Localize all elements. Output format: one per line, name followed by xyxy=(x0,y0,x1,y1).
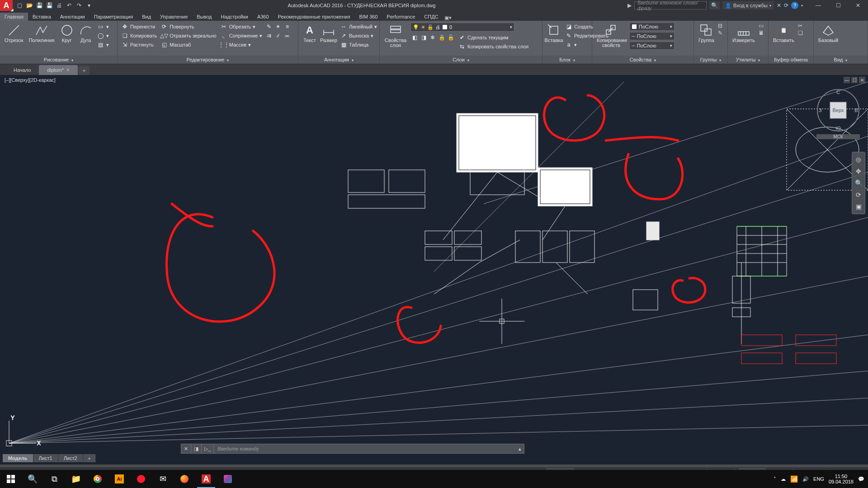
arc-button[interactable]: Дуга xyxy=(77,23,94,44)
tab-manage[interactable]: Управление xyxy=(156,13,192,21)
layout-tab-1[interactable]: Лист1 xyxy=(33,454,58,462)
table-button[interactable]: ▦Таблица xyxy=(339,41,378,49)
break-icon[interactable]: ⫽ xyxy=(274,32,282,40)
new-drawing-tab[interactable]: ＋ xyxy=(79,66,90,75)
tab-addins[interactable]: Надстройки xyxy=(217,13,253,21)
linear-dim-button[interactable]: ↔Линейный ▾ xyxy=(339,23,378,31)
qat-saveas-icon[interactable]: 💾 xyxy=(45,1,53,9)
linetype-combo[interactable]: ─ПоСлою▾ xyxy=(629,42,675,50)
signin-button[interactable]: 👤 Вход в службы ▾ xyxy=(722,1,774,9)
group-button[interactable]: Группа xyxy=(697,23,716,44)
layiso-icon[interactable]: ◧ xyxy=(410,33,419,42)
cmdline-close-icon[interactable]: ✕ xyxy=(181,444,191,453)
a360-icon[interactable]: ⟳ xyxy=(784,2,788,9)
viewcube[interactable]: Верх С В З Ю МСК xyxy=(816,89,860,132)
qat-new-icon[interactable]: ▢ xyxy=(15,1,24,9)
tab-close-icon[interactable]: × xyxy=(66,67,70,73)
taskview-icon[interactable]: ⧉ xyxy=(43,470,65,488)
tab-a360[interactable]: A360 xyxy=(253,13,274,21)
clock[interactable]: 11:50 09.04.2018 xyxy=(829,474,854,484)
illustrator-icon[interactable]: Ai xyxy=(108,470,130,488)
pan-icon[interactable]: ✥ xyxy=(856,168,861,175)
mirror-button[interactable]: △▽Отразить зеркально xyxy=(160,32,217,40)
copy-button[interactable]: ❏Копировать xyxy=(120,32,158,40)
lineweight-combo[interactable]: ─ПоСлою▾ xyxy=(629,32,675,40)
viewcube-wcs[interactable]: МСК xyxy=(816,134,860,139)
qcalc-icon[interactable]: 🖩 xyxy=(759,30,764,36)
tab-performance[interactable]: Performance xyxy=(382,13,420,21)
volume-icon[interactable]: 🔊 xyxy=(802,476,809,482)
fillet-button[interactable]: ◟Сопряжение ▾ xyxy=(219,32,264,40)
close-button[interactable]: ✕ xyxy=(848,0,868,11)
qat-redo-icon[interactable]: ↷ xyxy=(75,1,83,9)
qat-plot-icon[interactable]: 🖨 xyxy=(55,1,63,9)
network-icon[interactable]: 📶 xyxy=(790,475,798,483)
qat-open-icon[interactable]: 📂 xyxy=(25,1,33,9)
join-icon[interactable]: ⫘ xyxy=(283,32,291,40)
layout-tab-add[interactable]: ＋ xyxy=(83,454,96,462)
mail-icon[interactable]: ✉ xyxy=(152,470,174,488)
make-current-button[interactable]: ✔Сделать текущим xyxy=(458,33,529,42)
rectangle-flyout[interactable]: ▭▾ xyxy=(96,23,110,31)
rotate-button[interactable]: ⟳Повернуть xyxy=(160,23,217,31)
layoff-icon[interactable]: ◨ xyxy=(420,33,428,42)
search-taskbar-icon[interactable]: 🔍 xyxy=(22,470,43,488)
start-button[interactable] xyxy=(0,470,22,488)
select-icon[interactable]: ▭ xyxy=(759,23,764,29)
opera-icon[interactable] xyxy=(130,470,152,488)
hatch-flyout[interactable]: ▤▾ xyxy=(96,41,110,49)
cmdline-expand-icon[interactable]: ▴ xyxy=(516,444,524,453)
tab-featured[interactable]: Рекомендованные приложения xyxy=(274,13,355,21)
layout-tab-2[interactable]: Лист2 xyxy=(58,454,83,462)
explorer-icon[interactable]: 📁 xyxy=(65,470,87,488)
infocenter-arrow-icon[interactable]: ▶ xyxy=(627,2,632,9)
laylck-icon[interactable]: 🔒 xyxy=(438,33,446,42)
layer-combo[interactable]: 💡 ☀ 🔓 🖨 0 ▾ xyxy=(410,23,514,32)
circle-button[interactable]: Круг xyxy=(58,23,75,44)
ungroup-icon[interactable]: ⊟ xyxy=(718,23,722,29)
insert-block-button[interactable]: Вставка xyxy=(545,23,562,44)
tab-view[interactable]: Вид xyxy=(137,13,156,21)
explode-icon[interactable]: ✴ xyxy=(274,23,282,31)
navigation-bar[interactable]: ◎ ✥ 🔍 ⟳ ▣ xyxy=(852,152,865,214)
tab-current-drawing[interactable]: diplom*× xyxy=(39,65,78,75)
help-icon[interactable]: ? xyxy=(791,2,798,9)
layulk-icon[interactable]: 🔓 xyxy=(447,33,455,42)
match-properties-button[interactable]: Копирование свойств xyxy=(595,23,627,49)
drawing-canvas[interactable]: [–][Сверху][2D-каркас] — ☐ ✕ xyxy=(0,75,868,465)
steering-wheel-icon[interactable]: ◎ xyxy=(856,156,861,163)
copy-clip-icon[interactable]: ❏ xyxy=(798,30,803,36)
command-line[interactable]: ✕ ◨ ▷_ Введите команду ▴ xyxy=(181,444,524,454)
cut-icon[interactable]: ✂ xyxy=(798,23,803,29)
text-button[interactable]: A Текст xyxy=(301,23,318,44)
leader-button[interactable]: ↗Выноска ▾ xyxy=(339,32,378,40)
chrome-icon[interactable] xyxy=(87,470,108,488)
baseview-button[interactable]: Базовый xyxy=(816,23,840,44)
color-combo[interactable]: ПоСлою▾ xyxy=(629,23,675,31)
tab-annotate[interactable]: Аннотации xyxy=(56,13,90,21)
offset-icon[interactable]: ≡ xyxy=(283,23,291,31)
maximize-button[interactable]: ☐ xyxy=(828,0,848,11)
orbit-icon[interactable]: ⟳ xyxy=(856,191,861,198)
qat-undo-icon[interactable]: ↶ xyxy=(65,1,73,9)
move-button[interactable]: ✥Перенести xyxy=(120,23,158,31)
zoom-icon[interactable]: 🔍 xyxy=(855,179,863,187)
erase-icon[interactable]: ✎ xyxy=(265,23,273,31)
layout-tab-model[interactable]: Модель xyxy=(3,454,33,462)
scale-button[interactable]: ◱Масштаб xyxy=(160,41,217,49)
minimize-button[interactable]: — xyxy=(808,0,828,11)
firefox-icon[interactable] xyxy=(174,470,195,488)
showmotion-icon[interactable]: ▣ xyxy=(856,203,862,210)
line-button[interactable]: Отрезок xyxy=(3,23,25,44)
groupedit-icon[interactable]: ✎ xyxy=(718,30,722,36)
ellipse-flyout[interactable]: ◯▾ xyxy=(96,32,110,40)
tab-output[interactable]: Вывод xyxy=(192,13,216,21)
align-icon[interactable]: ⇉ xyxy=(265,32,273,40)
app-menu-button[interactable]: A xyxy=(0,0,13,11)
trim-button[interactable]: ✂Обрезать ▾ xyxy=(219,23,264,31)
paint3d-icon[interactable] xyxy=(217,470,239,488)
notifications-icon[interactable]: 💬 xyxy=(858,476,864,482)
tray-expand-icon[interactable]: ˄ xyxy=(774,476,776,482)
tab-spds[interactable]: СПДС xyxy=(420,13,443,21)
tab-bim360[interactable]: BIM 360 xyxy=(354,13,382,21)
